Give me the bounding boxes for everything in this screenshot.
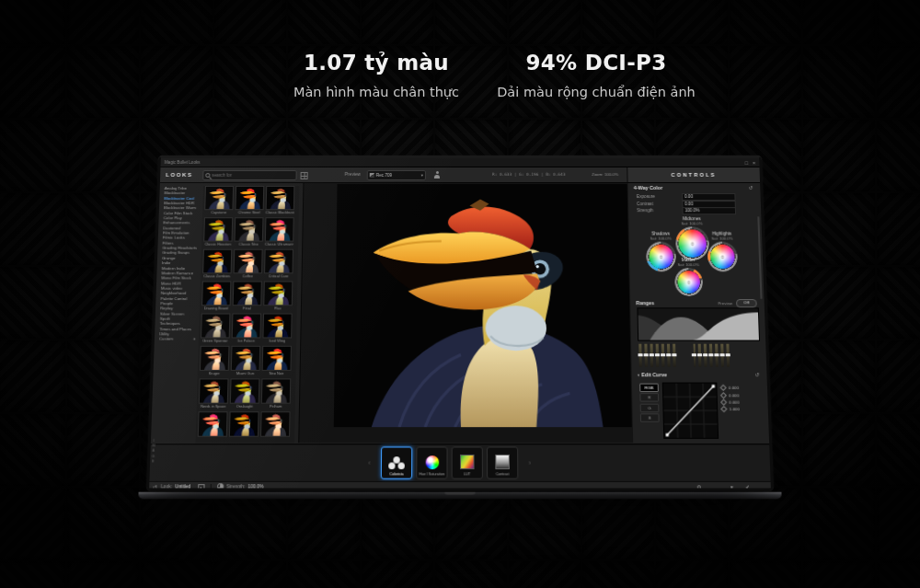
slider-knob[interactable] <box>655 353 660 356</box>
range-slider[interactable] <box>667 344 670 367</box>
slider-knob[interactable] <box>720 353 725 356</box>
look-thumb-flux[interactable]: Flux <box>263 281 293 313</box>
app-window: Magic Bullet Looks □ × LOOKS Preview <box>149 158 771 488</box>
look-thumb-classic-blockbuster[interactable]: Classic Blockbuster <box>265 186 294 217</box>
strength-value[interactable]: 100.0% <box>247 484 263 488</box>
look-thumb-chrome-steel[interactable]: Chrome Steel <box>235 186 264 217</box>
ranges-preview-toggle[interactable]: Off <box>736 299 757 307</box>
gear-icon[interactable]: ⚙ <box>696 484 701 489</box>
look-thumb-onslaught[interactable]: Onslaught <box>230 378 260 411</box>
tool-lut[interactable]: LUT <box>452 446 483 478</box>
scroll-left-icon[interactable]: ‹ <box>368 459 371 466</box>
look-thumb-ice-palace[interactable]: Ice Palace <box>232 314 262 346</box>
slider-knob[interactable] <box>650 353 654 356</box>
tool-contrast[interactable]: Contrast <box>487 446 518 478</box>
slider-knob[interactable] <box>638 353 642 356</box>
ranges-graph[interactable] <box>637 307 760 340</box>
search-field[interactable] <box>202 170 297 180</box>
reset-icon[interactable]: ↺ <box>153 484 157 489</box>
look-thumb-pelham[interactable]: Pelham <box>261 378 292 411</box>
grid-view-icon[interactable] <box>301 172 308 179</box>
curve-channel-g[interactable]: G <box>640 403 660 412</box>
range-slider[interactable] <box>727 344 730 367</box>
look-thumb-critical-care[interactable]: Critical Care <box>264 249 293 282</box>
wheel-handle[interactable] <box>721 256 723 258</box>
range-slider[interactable] <box>638 344 641 367</box>
cancel-icon[interactable]: × <box>730 484 733 489</box>
hero-stat-gamut: 94% DCI-P3 Dải màu rộng chuẩn điện ảnh <box>449 51 743 99</box>
curve-channel-rgb[interactable]: RGB <box>639 384 659 392</box>
range-slider[interactable] <box>716 344 719 367</box>
section-expander-icon[interactable]: ▾ <box>638 373 639 377</box>
look-thumb-kruger[interactable]: Kruger <box>200 346 230 379</box>
slider-knob[interactable] <box>715 353 719 356</box>
tool-hue-saturation[interactable]: Hue / Saturation <box>416 446 447 478</box>
reset-icon[interactable]: ↺ <box>748 185 753 190</box>
controls-scrollbar[interactable] <box>757 216 762 299</box>
slider-knob[interactable] <box>666 353 671 356</box>
minimize-icon[interactable]: □ <box>745 159 749 165</box>
tool-colorista[interactable]: Colorista <box>381 446 412 478</box>
slider-knob[interactable] <box>672 353 676 356</box>
look-thumb-neo-noir[interactable]: Neo Noir <box>261 346 292 379</box>
slider-knob[interactable] <box>692 353 696 356</box>
search-input[interactable] <box>212 173 295 178</box>
range-slider[interactable] <box>656 344 659 367</box>
param-value-field[interactable]: 100.0% <box>682 207 736 214</box>
curve-value[interactable]: 1.000 <box>729 407 739 411</box>
look-thumb-capstone[interactable]: Capstone <box>204 186 234 217</box>
foam-tile <box>582 561 654 588</box>
look-thumb-classic-zombies[interactable]: Classic Zombies <box>202 249 232 282</box>
range-slider[interactable] <box>650 344 652 367</box>
point-icon <box>720 392 727 398</box>
curve-value[interactable]: 0.000 <box>729 386 739 390</box>
color-wheel-master[interactable]: MasterSat: 100.0% <box>658 258 720 296</box>
look-thumb-final[interactable]: Final <box>232 281 261 313</box>
preview-colorspace-select[interactable]: Rec.709 ▾ <box>367 170 426 180</box>
curve-value[interactable]: 0.000 <box>729 393 739 398</box>
look-thumb[interactable] <box>198 411 228 443</box>
slider-knob[interactable] <box>726 353 730 356</box>
range-slider[interactable] <box>704 344 707 367</box>
look-thumb-drawing-board[interactable]: Drawing Board <box>201 281 232 313</box>
wheel-handle[interactable] <box>687 282 689 283</box>
slider-knob[interactable] <box>697 353 702 356</box>
look-thumb[interactable] <box>260 411 291 443</box>
look-thumb-label: Green Sparrow <box>201 338 230 343</box>
tool-chain-bar: ‹ ColoristaHue / SaturationLUTContrast › <box>149 444 770 481</box>
reset-icon[interactable]: ↺ <box>754 372 759 377</box>
look-thumb-green-sparrow[interactable]: Green Sparrow <box>201 314 231 346</box>
look-thumb[interactable] <box>229 411 259 443</box>
slider-knob[interactable] <box>661 353 665 356</box>
slider-knob[interactable] <box>643 353 648 356</box>
range-slider[interactable] <box>721 344 724 367</box>
range-slider[interactable] <box>693 344 696 367</box>
curve-channel-b[interactable]: B <box>640 413 660 422</box>
looks-category-custom[interactable]: Custom▸ <box>155 337 198 342</box>
look-name[interactable]: Untitled <box>175 484 190 488</box>
look-thumb-nerds-in-space[interactable]: Nerds in Space <box>199 378 229 411</box>
test-image-icon[interactable] <box>433 171 441 179</box>
curve-value[interactable]: 0.000 <box>729 399 739 404</box>
slider-knob[interactable] <box>703 353 707 356</box>
slider-knob[interactable] <box>708 353 713 356</box>
close-icon[interactable]: × <box>753 159 755 165</box>
curve-channel-r[interactable]: R <box>639 394 659 402</box>
range-slider[interactable] <box>698 344 701 367</box>
scroll-right-icon[interactable]: › <box>529 459 531 466</box>
confirm-icon[interactable]: ✓ <box>745 483 750 488</box>
look-thumb-miami-gun[interactable]: Miami Gun <box>231 346 261 379</box>
save-icon[interactable] <box>198 484 204 489</box>
look-thumb-classic-ultramarine[interactable]: Classic Ultramarine <box>265 217 294 248</box>
range-slider[interactable] <box>661 344 664 367</box>
look-thumb-iced-wing[interactable]: Iced Wing <box>262 314 292 346</box>
range-slider[interactable] <box>709 344 712 367</box>
curve-editor[interactable] <box>662 383 719 439</box>
hue-wheel[interactable] <box>674 269 703 297</box>
wheel-handle[interactable] <box>691 243 693 245</box>
look-thumb-classic-neo[interactable]: Classic Neo <box>234 217 263 248</box>
range-slider[interactable] <box>673 344 675 367</box>
look-thumb-coffee[interactable]: Coffee <box>233 249 262 282</box>
range-slider[interactable] <box>644 344 647 367</box>
look-thumb-classic-houston[interactable]: Classic Houston <box>203 217 233 248</box>
